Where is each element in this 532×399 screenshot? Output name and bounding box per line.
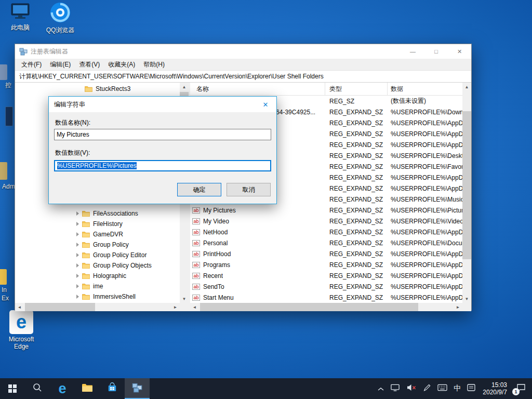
partial-icon-label: Adm: [2, 183, 15, 190]
scroll-right-icon[interactable]: [171, 303, 180, 311]
value-data: %USERPROFILE%\AppDa: [388, 283, 462, 290]
file-explorer-button[interactable]: [75, 378, 100, 399]
partial-icon-label: 控: [5, 81, 11, 90]
search-button[interactable]: [25, 378, 50, 399]
chevron-right-icon[interactable]: [76, 243, 79, 247]
scroll-up-icon[interactable]: [180, 83, 189, 91]
partial-desktop-icon[interactable]: [5, 107, 13, 126]
value-name: SendTo: [203, 283, 224, 290]
maximize-button[interactable]: □: [424, 44, 448, 59]
tree-item[interactable]: GameDVR: [15, 229, 180, 240]
close-icon[interactable]: ✕: [255, 97, 276, 112]
taskbar-clock[interactable]: 15:03 2020/9/7: [478, 381, 511, 396]
window-title: 注册表编辑器: [31, 47, 401, 56]
network-status[interactable]: [387, 378, 403, 399]
ok-button[interactable]: 确定: [177, 183, 221, 196]
value-data-label: 数值数据(V):: [55, 149, 90, 157]
value-data: %USERPROFILE%\Videos: [388, 218, 462, 225]
table-row[interactable]: Recent REG_EXPAND_SZ %USERPROFILE%\AppDa: [190, 270, 462, 281]
menu-item[interactable]: 编辑(E): [46, 59, 75, 70]
tree-item[interactable]: Group Policy Objects: [15, 260, 180, 271]
scrollbar-thumb[interactable]: [462, 111, 471, 259]
table-row[interactable]: PrintHood REG_EXPAND_SZ %USERPROFILE%\Ap…: [190, 248, 462, 259]
menu-item[interactable]: 查看(V): [75, 59, 104, 70]
chevron-right-icon[interactable]: [76, 253, 79, 257]
title-bar[interactable]: 注册表编辑器 — □ ✕: [15, 44, 471, 59]
volume-status[interactable]: [403, 378, 420, 399]
chevron-right-icon[interactable]: [76, 211, 79, 216]
desktop-icon-qq-browser[interactable]: QQ浏览器: [41, 2, 79, 34]
tree-item[interactable]: ImmersiveShell: [15, 291, 180, 302]
menu-item[interactable]: 收藏夹(A): [104, 59, 139, 70]
ime-language-indicator[interactable]: 中: [450, 378, 464, 399]
list-vertical-scrollbar[interactable]: [462, 83, 471, 303]
scroll-down-icon[interactable]: [180, 295, 189, 303]
table-row[interactable]: NetHood REG_EXPAND_SZ %USERPROFILE%\AppD…: [190, 227, 462, 237]
folder-icon: [82, 273, 90, 279]
edge-taskbar-button[interactable]: e: [50, 378, 75, 399]
tree-item[interactable]: Holographic: [15, 271, 180, 281]
address-bar[interactable]: 计算机\HKEY_CURRENT_USER\SOFTWARE\Microsoft…: [15, 70, 471, 83]
scroll-down-icon[interactable]: [462, 295, 471, 303]
close-button[interactable]: ✕: [448, 44, 471, 59]
value-type: REG_EXPAND_SZ: [325, 283, 388, 290]
action-center-button[interactable]: 1: [511, 378, 532, 399]
start-button[interactable]: [0, 378, 25, 399]
cancel-button[interactable]: 取消: [227, 183, 271, 196]
scroll-right-icon[interactable]: [454, 303, 462, 311]
tree-item[interactable]: Group Policy Editor: [15, 250, 180, 260]
tree-horizontal-scrollbar[interactable]: [15, 303, 180, 311]
partial-desktop-icon[interactable]: [0, 269, 7, 285]
value-name-input[interactable]: [54, 129, 271, 140]
column-header-name[interactable]: 名称: [190, 83, 325, 95]
minimize-button[interactable]: —: [401, 44, 424, 59]
regedit-taskbar-button[interactable]: [125, 378, 150, 399]
dialog-title-bar[interactable]: 编辑字符串 ✕: [49, 97, 276, 112]
table-row[interactable]: Start Menu REG_EXPAND_SZ %USERPROFILE%\A…: [190, 292, 462, 303]
tray-expand-button[interactable]: [375, 378, 387, 399]
tree-item[interactable]: FileHistory: [15, 219, 180, 229]
menu-item[interactable]: 文件(F): [17, 59, 46, 70]
scroll-left-icon[interactable]: [15, 303, 24, 311]
tree-item[interactable]: FileAssociations: [15, 208, 180, 219]
chevron-right-icon[interactable]: [76, 295, 79, 299]
scroll-left-icon[interactable]: [190, 303, 199, 311]
column-header-data[interactable]: 数据: [388, 83, 462, 95]
tree-item[interactable]: StuckRects3: [15, 84, 180, 94]
chevron-right-icon[interactable]: [76, 222, 79, 226]
value-data-input[interactable]: %USERPROFILE%\Pictures: [54, 160, 271, 171]
scrollbar-thumb[interactable]: [200, 303, 418, 311]
list-horizontal-scrollbar[interactable]: [190, 303, 462, 311]
desktop-icon-microsoft-edge[interactable]: e Microsoft Edge: [2, 310, 41, 350]
desktop-icon-label: Microsoft Edge: [2, 336, 41, 350]
touch-keyboard[interactable]: [434, 378, 450, 399]
network-icon: [390, 383, 400, 394]
scroll-up-icon[interactable]: [462, 83, 471, 91]
partial-desktop-icon[interactable]: [0, 162, 7, 180]
tree-item[interactable]: ime: [15, 281, 180, 291]
chevron-right-icon[interactable]: [76, 284, 79, 288]
windows-ink[interactable]: [420, 378, 434, 399]
column-header-type[interactable]: 类型: [325, 83, 388, 95]
table-row[interactable]: My Video REG_EXPAND_SZ %USERPROFILE%\Vid…: [190, 216, 462, 227]
store-button[interactable]: [100, 378, 125, 399]
table-row[interactable]: Programs REG_EXPAND_SZ %USERPROFILE%\App…: [190, 259, 462, 270]
folder-icon: [82, 210, 90, 217]
tree-item[interactable]: Group Policy: [15, 240, 180, 250]
pen-icon: [423, 383, 431, 394]
desktop-icon-this-pc[interactable]: 此电脑: [1, 3, 39, 31]
chevron-right-icon[interactable]: [76, 274, 79, 278]
partial-desktop-icon[interactable]: [0, 64, 7, 80]
ime-toolbar[interactable]: [464, 378, 478, 399]
tree-item-label: Holographic: [93, 272, 126, 280]
table-row[interactable]: Personal REG_EXPAND_SZ %USERPROFILE%\Doc…: [190, 237, 462, 248]
table-row[interactable]: My Pictures REG_EXPAND_SZ %USERPROFILE%\…: [190, 205, 462, 216]
chevron-right-icon[interactable]: [76, 232, 79, 236]
value-type: REG_EXPAND_SZ: [325, 229, 388, 236]
chevron-right-icon[interactable]: [76, 263, 79, 268]
menu-item[interactable]: 帮助(H): [139, 59, 169, 70]
table-row[interactable]: SendTo REG_EXPAND_SZ %USERPROFILE%\AppDa: [190, 281, 462, 292]
scrollbar-thumb[interactable]: [25, 303, 95, 311]
menu-bar: 文件(F)编辑(E)查看(V)收藏夹(A)帮助(H): [15, 59, 471, 70]
value-data: %USERPROFILE%\Picture: [388, 207, 462, 214]
